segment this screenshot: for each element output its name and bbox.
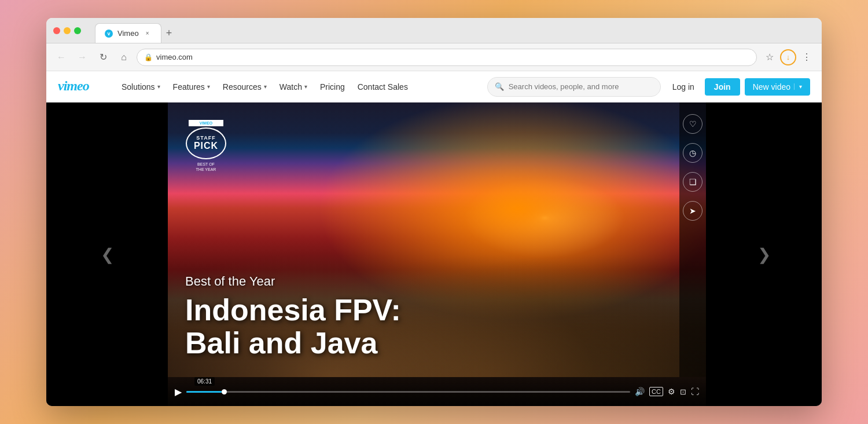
traffic-lights — [53, 27, 81, 34]
staff-pick-badge: VIMEO STAFF PICK BEST OF THE YEAR — [185, 120, 227, 172]
tab-title: Vimeo — [117, 29, 139, 38]
close-button[interactable] — [53, 27, 60, 34]
active-tab[interactable]: v Vimeo × — [95, 23, 161, 43]
title-bar: v Vimeo × + — [46, 18, 822, 43]
pricing-link[interactable]: Pricing — [314, 79, 351, 95]
url-text: vimeo.com — [156, 53, 749, 61]
progress-fill — [186, 391, 222, 393]
next-slide-area[interactable]: ❯ — [706, 103, 822, 406]
chevron-down-icon: ▾ — [264, 83, 267, 90]
address-actions: ☆ ↓ ⋮ — [762, 49, 815, 65]
bookmark-button[interactable]: ☆ — [762, 49, 778, 65]
watch-menu[interactable]: Watch ▾ — [274, 79, 313, 95]
chevron-down-icon: ▾ — [157, 83, 160, 90]
video-subtitle: Best of the Year — [185, 274, 401, 289]
search-bar[interactable]: 🔍 — [487, 77, 661, 97]
back-button[interactable]: ← — [53, 49, 69, 65]
tabs-area: v Vimeo × + — [95, 18, 176, 43]
video-action-icons: ♡ ◷ ❏ ➤ — [679, 103, 706, 377]
url-bar[interactable]: 🔒 vimeo.com — [137, 49, 757, 66]
like-button[interactable]: ♡ — [683, 114, 703, 134]
home-button[interactable]: ⌂ — [116, 49, 132, 65]
vimeo-navbar: vimeo Solutions ▾ Features ▾ Resources ▾… — [46, 71, 822, 103]
contact-sales-link[interactable]: Contact Sales — [352, 79, 414, 95]
new-video-button[interactable]: New video ▾ — [745, 78, 810, 96]
chevron-down-icon: ▾ — [794, 83, 802, 90]
video-controls: 06:31 ▶ 🔊 CC ⚙ ⊡ ⛶ — [168, 377, 706, 406]
search-input[interactable] — [509, 82, 653, 91]
next-arrow-icon[interactable]: ❯ — [757, 245, 771, 264]
lock-icon: 🔒 — [144, 53, 153, 61]
chevron-down-icon: ▾ — [304, 83, 307, 90]
maximize-button[interactable] — [74, 27, 81, 34]
login-button[interactable]: Log in — [667, 79, 700, 95]
resources-menu[interactable]: Resources ▾ — [217, 79, 273, 95]
new-video-label: New video — [753, 82, 790, 92]
badge-circle: STAFF PICK — [186, 127, 226, 159]
fullscreen-icon[interactable]: ⛶ — [691, 387, 699, 396]
svg-text:vimeo: vimeo — [58, 78, 90, 93]
navbar-actions: Log in Join New video ▾ — [667, 78, 810, 96]
captions-icon[interactable]: CC — [649, 387, 663, 396]
badge-bottom-label: BEST OF THE YEAR — [196, 162, 216, 172]
features-menu[interactable]: Features ▾ — [167, 79, 216, 95]
new-tab-button[interactable]: + — [161, 23, 177, 43]
solutions-menu[interactable]: Solutions ▾ — [116, 79, 166, 95]
menu-button[interactable]: ⋮ — [799, 49, 815, 65]
watchlater-button[interactable]: ◷ — [683, 143, 703, 163]
nav-links: Solutions ▾ Features ▾ Resources ▾ Watch… — [116, 79, 481, 95]
forward-button[interactable]: → — [74, 49, 90, 65]
play-button[interactable]: ▶ — [175, 386, 182, 397]
progress-bar[interactable] — [186, 391, 630, 393]
collections-button[interactable]: ❏ — [683, 172, 703, 192]
join-button[interactable]: Join — [705, 78, 740, 96]
address-bar: ← → ↻ ⌂ 🔒 vimeo.com ☆ ↓ ⋮ — [46, 43, 822, 71]
tab-favicon: v — [105, 30, 113, 38]
download-button[interactable]: ↓ — [780, 49, 796, 65]
chevron-down-icon: ▾ — [207, 83, 210, 90]
prev-slide-area[interactable]: ❮ — [46, 103, 168, 406]
volume-icon[interactable]: 🔊 — [635, 387, 645, 396]
progress-dot — [222, 389, 227, 394]
share-button[interactable]: ➤ — [683, 201, 703, 221]
browser-window: v Vimeo × + ← → ↻ ⌂ 🔒 vimeo.com ☆ ↓ ⋮ vi… — [46, 18, 822, 406]
pip-icon[interactable]: ⊡ — [680, 388, 686, 396]
tab-close-button[interactable]: × — [144, 30, 152, 38]
search-icon: 🔍 — [495, 82, 504, 91]
minimize-button[interactable] — [64, 27, 71, 34]
vimeo-logo[interactable]: vimeo — [58, 78, 104, 96]
video-duration: 06:31 — [194, 377, 215, 386]
prev-arrow-icon[interactable]: ❮ — [101, 245, 114, 264]
badge-vimeo-label: VIMEO — [189, 120, 223, 126]
settings-icon[interactable]: ⚙ — [668, 387, 675, 396]
refresh-button[interactable]: ↻ — [95, 49, 111, 65]
video-title: Indonesia FPV: Bali and Java — [185, 294, 401, 360]
video-area[interactable]: VIMEO STAFF PICK BEST OF THE YEAR ♡ ◷ ❏ … — [168, 103, 706, 406]
video-text-overlay: Best of the Year Indonesia FPV: Bali and… — [185, 274, 401, 360]
main-content: ❮ VIMEO STAFF PICK BEST OF THE YEAR — [46, 103, 822, 406]
control-icons: 🔊 CC ⚙ ⊡ ⛶ — [635, 387, 699, 396]
